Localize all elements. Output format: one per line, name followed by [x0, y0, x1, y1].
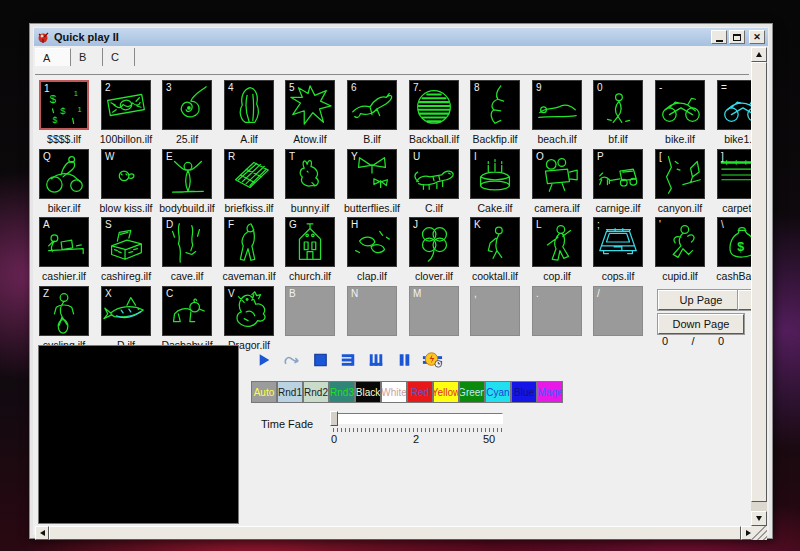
vertical-scrollbar[interactable]: [751, 47, 767, 526]
minimize-button[interactable]: [711, 30, 727, 44]
columns-button[interactable]: [365, 349, 388, 371]
scroll-up-button[interactable]: [751, 47, 767, 62]
empty-slot[interactable]: ,: [470, 286, 520, 336]
thumbnail-cashireg-ilf[interactable]: S: [101, 217, 151, 267]
thumbnail-cashbag-ilf[interactable]: $\: [717, 217, 755, 267]
thumbnail-backfip-ilf[interactable]: 8: [470, 80, 520, 130]
thumbnail-cupid-ilf[interactable]: ': [655, 217, 705, 267]
time-fade-slider-thumb[interactable]: [330, 411, 338, 426]
time-fade-slider-track[interactable]: [335, 413, 503, 424]
window-title: Quick play II: [54, 31, 119, 43]
color-button-mage[interactable]: Mage: [537, 381, 563, 403]
hotkey-label: 7.: [413, 82, 421, 93]
thumbnail-cycling-ilf[interactable]: Z: [39, 286, 89, 336]
play-button[interactable]: [253, 349, 276, 371]
thumbnail-carpet-ilf[interactable]: ]: [717, 149, 755, 199]
pause-button[interactable]: [393, 349, 416, 371]
thumbnail-a-ilf[interactable]: 4: [224, 80, 274, 130]
settings-timer-button[interactable]: [421, 349, 444, 371]
up-page-button[interactable]: Up Page: [658, 290, 744, 310]
close-button[interactable]: ✕: [749, 30, 765, 44]
thumbnail-100billon-ilf[interactable]: 2: [101, 80, 151, 130]
grid-cell: Dcave.ilf: [162, 217, 214, 282]
thumbnail-bike-ilf[interactable]: -: [655, 80, 705, 130]
empty-slot[interactable]: N: [347, 286, 397, 336]
filename-label: church.ilf: [279, 270, 341, 282]
thumbnail-cop-ilf[interactable]: L: [532, 217, 582, 267]
arrow-up-icon: [756, 49, 762, 57]
hotkey-label: L: [536, 219, 542, 230]
thumbnail-clover-ilf[interactable]: J: [409, 217, 459, 267]
thumbnail-cops-ilf[interactable]: ;: [593, 217, 643, 267]
empty-slot[interactable]: .: [532, 286, 582, 336]
thumbnail-carnige-ilf[interactable]: P: [593, 149, 643, 199]
color-button-black[interactable]: Black: [355, 381, 381, 403]
empty-slot[interactable]: M: [409, 286, 459, 336]
thumbnail-c-ilf[interactable]: U: [409, 149, 459, 199]
color-button-rnd3[interactable]: Rnd3: [329, 381, 355, 403]
maximize-button[interactable]: [729, 30, 745, 44]
tab-a[interactable]: A: [35, 48, 71, 66]
scroll-left-button[interactable]: [35, 526, 49, 540]
color-button-rnd2[interactable]: Rnd2: [303, 381, 329, 403]
color-button-auto[interactable]: Auto: [251, 381, 277, 403]
color-button-rnd1[interactable]: Rnd1: [277, 381, 303, 403]
color-button-red[interactable]: Red: [407, 381, 433, 403]
color-button-cyan[interactable]: Cyan: [485, 381, 511, 403]
thumbnail-cooktall-ilf[interactable]: K: [470, 217, 520, 267]
hotkey-label: 2: [105, 82, 111, 93]
empty-slot[interactable]: /: [593, 286, 643, 336]
thumbnail-dasbaby-ilf[interactable]: C: [162, 286, 212, 336]
thumbnail-caveman-ilf[interactable]: F: [224, 217, 274, 267]
vertical-scroll-thumb[interactable]: [751, 62, 767, 502]
thumbnail-bunny-ilf[interactable]: T: [285, 149, 335, 199]
thumbnail-b-ilf[interactable]: 6: [347, 80, 397, 130]
thumbnail-25-ilf[interactable]: 3: [162, 80, 212, 130]
list-button[interactable]: [337, 349, 360, 371]
empty-slot[interactable]: B: [285, 286, 335, 336]
thumbnail-camera-ilf[interactable]: O: [532, 149, 582, 199]
thumbnail-butterflies-ilf[interactable]: Y: [347, 149, 397, 199]
hotkey-label: N: [351, 288, 358, 299]
color-button-white[interactable]: White: [381, 381, 407, 403]
horizontal-scrollbar[interactable]: [35, 526, 755, 540]
thumbnail-d-ilf[interactable]: X: [101, 286, 151, 336]
thumbnail-cashier-ilf[interactable]: A: [39, 217, 89, 267]
thumbnail-bodybuild-ilf[interactable]: E: [162, 149, 212, 199]
thumbnail-cave-ilf[interactable]: D: [162, 217, 212, 267]
grid-cell: CDasbaby.ilf: [162, 286, 214, 351]
thumbnail-bike1-ilf[interactable]: =: [717, 80, 755, 130]
thumbnail-cake-ilf[interactable]: I: [470, 149, 520, 199]
titlebar[interactable]: Quick play II ✕: [34, 28, 768, 46]
thumbnail-canyon-ilf[interactable]: [: [655, 149, 705, 199]
thumbnail-biker-ilf[interactable]: Q: [39, 149, 89, 199]
thumbnail-blow-kiss-ilf[interactable]: W: [101, 149, 151, 199]
thumbnail-briefkiss-ilf[interactable]: R: [224, 149, 274, 199]
thumbnail-clap-ilf[interactable]: H: [347, 217, 397, 267]
thumbnail-beach-ilf[interactable]: 9: [532, 80, 582, 130]
filename-label: caveman.ilf: [218, 270, 280, 282]
stop-button[interactable]: [309, 349, 332, 371]
thumbnail-backball-ilf[interactable]: 7.: [409, 80, 459, 130]
horizontal-scroll-thumb[interactable]: [49, 526, 741, 540]
tab-c[interactable]: C: [103, 48, 135, 66]
loop-button[interactable]: [281, 349, 304, 371]
resize-grip[interactable]: [751, 526, 767, 540]
color-button-green[interactable]: Green: [459, 381, 485, 403]
filename-label: cupid.ilf: [649, 270, 711, 282]
thumbnail-atow-ilf[interactable]: 5: [285, 80, 335, 130]
thumbnail-bf-ilf[interactable]: 0: [593, 80, 643, 130]
color-button-yellow[interactable]: Yellow: [433, 381, 459, 403]
tab-b[interactable]: B: [71, 48, 103, 66]
thumbnail-dragor-ilf[interactable]: V: [224, 286, 274, 336]
filename-label: Cake.ilf: [464, 202, 526, 214]
close-icon: ✕: [753, 33, 761, 42]
hotkey-label: 5: [289, 82, 295, 93]
color-button-blue[interactable]: Blue: [511, 381, 537, 403]
thumbnail-church-ilf[interactable]: G: [285, 217, 335, 267]
thumbnail------ilf[interactable]: $$$111: [39, 80, 89, 130]
hotkey-label: \: [721, 219, 724, 230]
down-page-button[interactable]: Down Page: [658, 314, 744, 334]
scroll-down-button[interactable]: [751, 511, 767, 526]
grid-cell: Qbiker.ilf: [39, 149, 91, 214]
